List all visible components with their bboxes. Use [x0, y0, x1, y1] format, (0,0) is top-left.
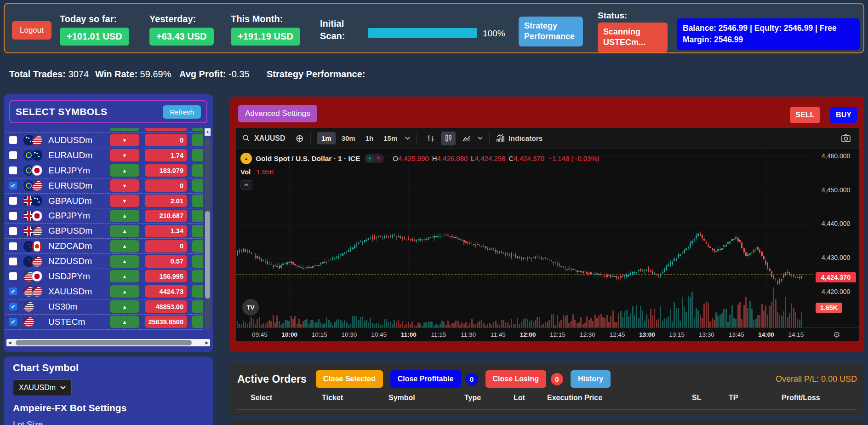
direction-up-button[interactable]: ▲	[110, 225, 139, 237]
time-axis[interactable]: ⚙ 09:4510:0010:1510:3010:4511:0011:1511:…	[236, 327, 859, 341]
history-button[interactable]: History	[571, 370, 611, 388]
buy-button[interactable]: BUY	[830, 107, 857, 123]
symbol-checkbox[interactable]	[9, 242, 17, 250]
timeframe-1m-button[interactable]: 1m	[317, 132, 336, 144]
close-losing-button[interactable]: Close Losing	[485, 370, 546, 388]
symbol-checkbox[interactable]	[9, 258, 17, 265]
symbol-checkbox[interactable]	[9, 197, 17, 205]
direction-down-button[interactable]: ▼	[110, 134, 139, 146]
direction-up-button[interactable]: ▲	[110, 164, 139, 177]
summary-item: Strategy Performance:	[267, 69, 365, 80]
scroll-left-arrow-icon[interactable]: ◀	[6, 339, 13, 346]
symbol-checkbox[interactable]	[9, 167, 17, 174]
price-axis-label: 4,420.000	[822, 288, 850, 295]
close-selected-button[interactable]: Close Selected	[316, 370, 383, 388]
tradingview-logo[interactable]: TV	[242, 299, 259, 316]
orders-column-header: SL	[692, 394, 701, 402]
strategy-performance-button[interactable]: Strategy Performance	[519, 17, 583, 46]
symbol-checkbox[interactable]: ✔	[9, 303, 17, 310]
chevron-down-icon[interactable]	[478, 137, 483, 140]
orders-column-header: Profit/Loss	[782, 394, 820, 402]
refresh-button[interactable]: Refresh	[163, 105, 201, 119]
symbol-extra-badge	[192, 225, 203, 237]
summary-item: Avg Profit: -0.35	[179, 69, 250, 80]
price-axis[interactable]: 4,424.370 1.65K 4,460.0004,450.0004,440.…	[813, 149, 859, 327]
toolbar-divider	[489, 132, 490, 144]
vertical-scroll-track[interactable]	[205, 138, 211, 330]
ca-flag-icon	[32, 241, 42, 252]
scroll-up-arrow-icon[interactable]: ▲	[205, 128, 211, 136]
status-badge: Scanning USTECm...	[598, 23, 668, 52]
profit-stat-value: +191.19 USD	[231, 28, 300, 46]
direction-up-button[interactable]: ▲	[110, 255, 139, 268]
scroll-right-arrow-icon[interactable]: ▶	[204, 339, 210, 346]
currency-pair-flags-icon	[23, 301, 43, 312]
horizontal-scroll-thumb[interactable]	[16, 340, 192, 345]
market-status-toggle[interactable]: ● ≈	[365, 154, 384, 163]
symbol-checkbox[interactable]	[9, 212, 17, 220]
chart-symbol-label[interactable]: XAUUSD	[254, 134, 286, 143]
chart-settings-gear-icon[interactable]: ⚙	[833, 330, 840, 340]
symbol-list-vertical-scrollbar[interactable]: ▲	[205, 128, 211, 330]
direction-up-button[interactable]: ▲	[110, 210, 139, 222]
direction-up-button[interactable]: ▲	[110, 240, 139, 253]
camera-snapshot-icon[interactable]	[841, 134, 851, 142]
direction-down-button[interactable]: ▼	[110, 149, 139, 161]
ohlc-values: O4,425.990H4,426.080L4,424.298C4,424.370	[389, 155, 544, 162]
bar-style-bars-icon[interactable]	[423, 132, 438, 145]
advanced-settings-button[interactable]: Advanced Settings	[238, 105, 317, 122]
timeframe-1h-button[interactable]: 1h	[361, 132, 378, 144]
direction-up-button[interactable]: ▲	[110, 128, 139, 131]
legend-collapse-button[interactable]	[240, 180, 252, 190]
timeframe-15m-button[interactable]: 15m	[379, 132, 401, 144]
direction-up-button[interactable]: ▲	[110, 316, 139, 328]
direction-up-button[interactable]: ▲	[110, 285, 139, 298]
chevron-down-icon[interactable]	[405, 137, 410, 140]
timeframe-30m-button[interactable]: 30m	[337, 132, 360, 144]
symbol-extra-badge	[192, 210, 203, 222]
symbol-extra-badge	[192, 179, 203, 192]
symbol-checkbox[interactable]: ✔	[9, 318, 17, 326]
currency-pair-flags-icon	[23, 165, 43, 176]
symbol-checkbox[interactable]: ✔	[9, 287, 17, 295]
price-axis-label: 4,450.000	[822, 186, 850, 194]
symbol-row: GBPJPYm▲210.687	[6, 208, 203, 224]
candlestick-chart[interactable]: ▲ Gold Spot / U.S. Dollar · 1 · ICE ● ≈ …	[236, 149, 813, 327]
timeframe-group: 1m30m1h15m	[317, 132, 403, 144]
symbol-row: GBPAUDm▼2.01	[6, 194, 203, 209]
symbol-price-badge: 48853.00	[145, 300, 187, 313]
orders-column-header: Execution Price	[547, 394, 602, 402]
symbol-list-horizontal-scrollbar[interactable]: ◀ ▶	[6, 339, 210, 346]
search-icon[interactable]	[242, 134, 250, 142]
symbol-name: EURJPYm	[48, 166, 104, 176]
bar-style-candles-icon[interactable]	[441, 132, 456, 145]
currency-pair-flags-icon	[23, 256, 43, 267]
compare-add-icon[interactable]: ⊕	[296, 132, 304, 144]
volume-label: Vol	[240, 168, 251, 176]
symbol-checkbox[interactable]	[9, 227, 17, 235]
time-axis-label: 10:45	[368, 331, 390, 338]
sell-button[interactable]: SELL	[790, 107, 820, 123]
direction-down-button[interactable]: ▼	[110, 179, 139, 192]
direction-up-button[interactable]: ▲	[110, 300, 139, 313]
symbol-checkbox[interactable]	[9, 136, 17, 144]
direction-down-button[interactable]: ▼	[110, 195, 139, 207]
symbol-name: GBPUSDm	[48, 226, 104, 236]
vertical-scroll-thumb[interactable]	[205, 211, 210, 299]
chart-symbol-select[interactable]: XAUUSDm	[13, 379, 72, 396]
indicators-icon[interactable]	[496, 134, 505, 143]
us-flag-icon	[32, 180, 42, 191]
symbol-checkbox[interactable]	[9, 272, 17, 280]
logout-button[interactable]: Logout	[12, 21, 51, 40]
bar-style-area-icon[interactable]	[459, 132, 474, 144]
direction-up-button[interactable]: ▲	[110, 270, 139, 282]
orders-column-header: TP	[729, 394, 738, 402]
symbol-checkbox[interactable]: ✔	[9, 182, 17, 190]
profit-stat-value: +101.01 USD	[60, 28, 129, 46]
indicators-label[interactable]: Indicators	[508, 134, 542, 143]
symbol-row: EURAUDm▼1.74	[6, 148, 203, 163]
chart-legend-title[interactable]: Gold Spot / U.S. Dollar · 1 · ICE	[256, 155, 360, 163]
symbol-checkbox[interactable]	[9, 151, 17, 159]
ohlc-key: O	[393, 155, 398, 162]
close-profitable-button[interactable]: Close Profitable	[390, 370, 461, 388]
